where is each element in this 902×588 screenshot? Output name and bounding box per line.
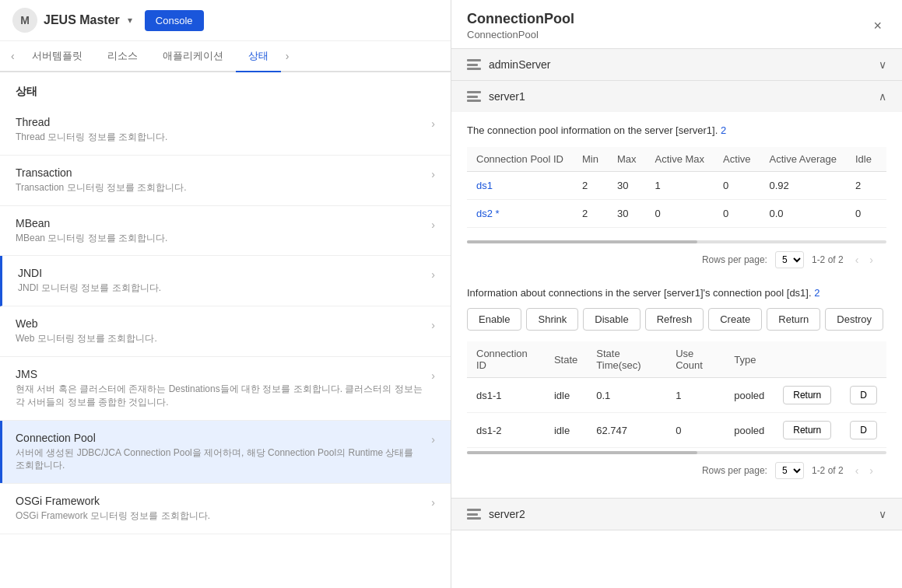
conn-state-ds1-1: idle [545, 378, 587, 413]
conn-id-ds1-1: ds1-1 [467, 378, 545, 413]
tab-status[interactable]: 상태 [236, 41, 281, 72]
pool-page-info: 1-2 of 2 [812, 254, 844, 265]
section-title: 상태 [0, 72, 451, 105]
menu-item-jms[interactable]: JMS 현재 서버 혹은 클러스터에 존재하는 Destinations들에 대… [0, 357, 451, 421]
col-state: State [545, 341, 587, 378]
conn-table-footer: Rows per page: 5 1-2 of 2 ‹ › [467, 456, 886, 485]
col-min: Min [573, 147, 608, 172]
menu-item-transaction[interactable]: Transaction Transaction 모니터링 정보를 조회합니다. … [0, 156, 451, 206]
pool-active-avg-ds1: 0.92 [760, 172, 846, 200]
col-use-count: Use Count [666, 341, 725, 378]
menu-item-mbean-desc: MBean 모니터링 정보를 조회합니다. [16, 232, 425, 245]
top-bar: M JEUS Master ▾ Console [0, 0, 451, 41]
pool-active-avg-ds2: 0.0 [760, 200, 846, 228]
menu-item-transaction-arrow: › [431, 168, 435, 180]
pool-id-ds1[interactable]: ds1 [476, 180, 493, 191]
menu-item-jndi[interactable]: JNDI JNDI 모니터링 정보를 조회합니다. › [0, 256, 451, 306]
conn-page-info: 1-2 of 2 [812, 465, 844, 476]
pool-id-ds2[interactable]: ds2 * [476, 208, 500, 219]
dropdown-icon[interactable]: ▾ [128, 15, 132, 26]
shrink-button[interactable]: Shrink [526, 308, 578, 331]
conn-next-page-button[interactable]: › [865, 463, 877, 478]
menu-item-mbean-title: MBean [16, 217, 425, 229]
pool-idle-ds1: 2 [846, 172, 881, 200]
rows-per-page-label: Rows per page: [702, 254, 767, 265]
destroy-button[interactable]: Destroy [825, 308, 883, 331]
right-panel: ConnectionPool ConnectionPool × adminSer… [451, 0, 902, 588]
menu-item-jms-title: JMS [16, 368, 425, 380]
table-row: ds1-2 idle 62.747 0 pooled Return D [467, 413, 886, 448]
menu-item-mbean[interactable]: MBean MBean 모니터링 정보를 조회합니다. › [0, 206, 451, 257]
enable-button[interactable]: Enable [467, 308, 521, 331]
menu-item-osgi-arrow: › [431, 496, 435, 509]
server-header-server1[interactable]: server1 ∧ [451, 81, 902, 112]
disable-button[interactable]: Disable [583, 308, 640, 331]
menu-item-jms-arrow: › [431, 369, 435, 382]
chevron-down-icon-server2: ∨ [879, 508, 886, 520]
app-title: JEUS Master [44, 13, 120, 27]
menu-item-thread[interactable]: Thread Thread 모니터링 정보를 조회합니다. › [0, 105, 451, 156]
conn-page-size-select[interactable]: 5 [775, 462, 804, 479]
pool-min-ds2: 2 [573, 200, 608, 228]
menu-item-transaction-desc: Transaction 모니터링 정보를 조회합니다. [16, 181, 425, 194]
pool-active-max-ds2: 0 [646, 200, 714, 228]
menu-item-web-arrow: › [431, 319, 435, 331]
col-type: Type [725, 341, 774, 378]
conn-use-count-ds1-1: 1 [666, 378, 725, 413]
close-button[interactable]: × [869, 16, 886, 36]
action-buttons: Enable Shrink Disable Refresh Create Ret… [467, 308, 886, 331]
menu-item-mbean-arrow: › [431, 219, 435, 231]
server-name-server2: server2 [489, 508, 525, 520]
pool-table-container: Connection Pool ID Min Max Active Max Ac… [467, 147, 886, 237]
tab-server-template[interactable]: 서버템플릿 [19, 41, 95, 72]
server-name-server1: server1 [489, 90, 525, 103]
col-max: Max [608, 147, 646, 172]
menu-item-jndi-title: JNDI [18, 267, 425, 279]
connection-info-count: 2 [814, 287, 820, 299]
server-header-server2[interactable]: server2 ∨ [451, 499, 902, 530]
server-icon-admin [467, 59, 481, 70]
pool-table: Connection Pool ID Min Max Active Max Ac… [467, 147, 886, 228]
conn-rows-per-page-label: Rows per page: [702, 465, 767, 476]
pool-active-max-ds1: 1 [646, 172, 714, 200]
conn-prev-page-button[interactable]: ‹ [851, 463, 863, 478]
chevron-down-icon-admin: ∨ [879, 58, 886, 71]
conn-d-button-ds1-2[interactable]: D [850, 421, 877, 439]
menu-item-osgi-desc: OSGi Framework 모니터링 정보를 조회합니다. [16, 509, 425, 523]
refresh-button[interactable]: Refresh [645, 308, 704, 331]
menu-item-connection-pool-desc: 서버에 생성된 JDBC/JCA Connection Pool을 제어하며, … [16, 446, 425, 473]
tab-resources[interactable]: 리소스 [95, 41, 150, 72]
pool-prev-page-button[interactable]: ‹ [851, 252, 863, 268]
conn-return-button-ds1-2[interactable]: Return [783, 421, 831, 439]
conn-return-button-ds1-1[interactable]: Return [783, 386, 831, 404]
pool-active-ds2: 0 [714, 200, 760, 228]
connection-table: Connection ID State State Time(sec) Use … [467, 341, 886, 448]
create-button[interactable]: Create [708, 308, 762, 331]
nav-next-arrow[interactable]: › [281, 44, 294, 68]
menu-item-connection-pool[interactable]: Connection Pool 서버에 생성된 JDBC/JCA Connect… [0, 421, 451, 485]
server-header-admin[interactable]: adminServer ∨ [451, 49, 902, 80]
menu-item-web[interactable]: Web Web 모니터링 정보를 조회합니다. › [0, 306, 451, 357]
return-button[interactable]: Return [767, 308, 820, 331]
pool-max-ds2: 30 [608, 200, 646, 228]
server-icon-server2 [467, 509, 481, 520]
table-row: ds1-1 idle 0.1 1 pooled Return D [467, 378, 886, 413]
menu-item-osgi[interactable]: OSGi Framework OSGi Framework 모니터링 정보를 조… [0, 484, 451, 534]
menu-item-thread-title: Thread [16, 116, 425, 128]
pool-next-page-button[interactable]: › [865, 252, 877, 268]
menu-item-thread-desc: Thread 모니터링 정보를 조회합니다. [16, 131, 425, 144]
tab-application[interactable]: 애플리케이션 [150, 41, 236, 72]
pool-info-text: The connection pool information on the s… [467, 124, 886, 136]
conn-use-count-ds1-2: 0 [666, 413, 725, 448]
conn-d-button-ds1-1[interactable]: D [850, 386, 877, 404]
col-idle: Idle [846, 147, 881, 172]
nav-prev-arrow[interactable]: ‹ [6, 44, 19, 68]
server-section-server2: server2 ∨ [451, 499, 902, 530]
server-section-admin: adminServer ∨ [451, 49, 902, 81]
menu-item-web-desc: Web 모니터링 정보를 조회합니다. [16, 332, 425, 345]
console-button[interactable]: Console [145, 10, 204, 31]
pool-page-size-select[interactable]: 5 [775, 251, 804, 268]
col-active: Active [714, 147, 760, 172]
col-return-action [774, 341, 841, 378]
col-active-average: Active Average [760, 147, 846, 172]
